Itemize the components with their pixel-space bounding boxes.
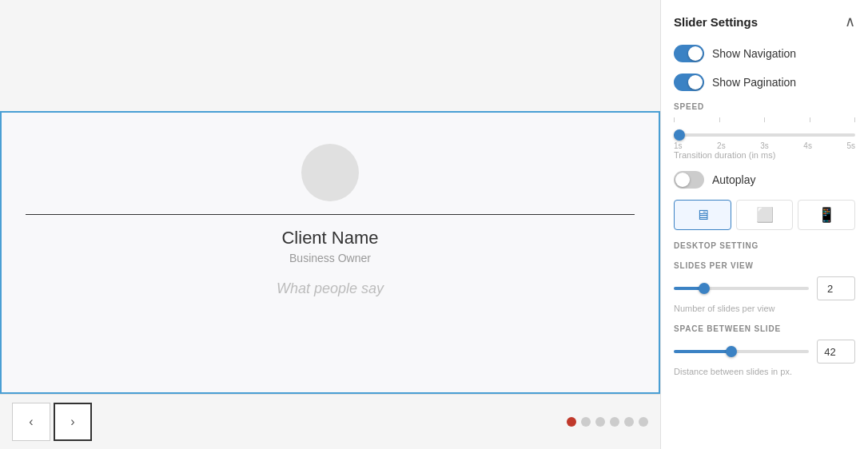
settings-title: Slider Settings — [674, 15, 758, 29]
client-name: Client Name — [281, 228, 378, 248]
slides-per-view-row — [674, 276, 855, 300]
speed-labels: 1s 2s 3s 4s 5s — [674, 141, 855, 150]
dot-2 — [581, 417, 591, 427]
show-navigation-label: Show Navigation — [712, 47, 796, 60]
space-between-label: SPACE BETWEEN SLIDE — [674, 324, 855, 333]
device-tab-desktop[interactable]: 🖥 — [674, 200, 731, 230]
preview-panel: Client Name Business Owner What people s… — [0, 0, 660, 449]
show-pagination-label: Show Pagination — [712, 76, 796, 89]
dot-6 — [639, 417, 648, 427]
space-between-input[interactable] — [817, 340, 855, 364]
client-role: Business Owner — [289, 252, 371, 264]
dot-4 — [610, 417, 619, 427]
slide-lower — [2, 328, 659, 392]
device-tab-tablet[interactable]: ⬜ — [736, 200, 794, 230]
avatar — [301, 144, 359, 201]
space-between-helper: Distance between slides in px. — [674, 367, 855, 376]
settings-header: Slider Settings ∧ — [674, 13, 855, 30]
tick-3 — [764, 117, 765, 122]
tick-5 — [854, 117, 855, 122]
tablet-icon: ⬜ — [756, 206, 774, 224]
tick-1 — [674, 117, 675, 122]
autoplay-toggle[interactable] — [674, 171, 704, 189]
mobile-icon: 📱 — [818, 206, 835, 224]
device-tab-mobile[interactable]: 📱 — [798, 200, 855, 230]
speed-label-1s: 1s — [674, 141, 683, 150]
speed-label-3s: 3s — [760, 141, 769, 150]
autoplay-row: Autoplay — [674, 171, 855, 189]
speed-label-2s: 2s — [717, 141, 726, 150]
speed-section-label: SPEED — [674, 102, 855, 111]
speed-slider[interactable] — [674, 133, 855, 137]
speed-label-4s: 4s — [803, 141, 812, 150]
device-tabs: 🖥 ⬜ 📱 — [674, 200, 855, 230]
speed-ticks — [674, 117, 855, 122]
space-between-slider[interactable] — [674, 350, 809, 353]
show-pagination-row: Show Pagination — [674, 74, 855, 91]
slides-per-view-label: SLIDES PER VIEW — [674, 261, 855, 270]
toggle-knob-pagination — [688, 75, 703, 89]
desktop-setting-label: DESKTOP SETTING — [674, 241, 855, 250]
space-between-row — [674, 340, 855, 364]
desktop-icon: 🖥 — [695, 207, 710, 224]
pagination-dots — [567, 417, 648, 427]
show-pagination-toggle[interactable] — [674, 74, 704, 91]
what-people-say: What people say — [277, 280, 384, 297]
dot-3 — [595, 417, 605, 427]
show-navigation-row: Show Navigation — [674, 45, 855, 62]
transition-label: Transition duration (in ms) — [674, 150, 855, 160]
dot-1 — [567, 417, 576, 427]
tick-2 — [719, 117, 720, 122]
settings-panel: Slider Settings ∧ Show Navigation Show P… — [660, 0, 868, 449]
slider-preview: Client Name Business Owner What people s… — [0, 111, 660, 394]
slider-navigation: ‹ › — [0, 394, 660, 449]
collapse-icon[interactable]: ∧ — [845, 13, 855, 30]
slides-per-view-helper: Number of slides per view — [674, 304, 855, 313]
autoplay-label: Autoplay — [712, 173, 755, 186]
tick-4 — [810, 117, 810, 122]
speed-label-5s: 5s — [846, 141, 855, 150]
next-button[interactable]: › — [54, 403, 92, 441]
slides-per-view-input[interactable] — [817, 276, 855, 300]
prev-button[interactable]: ‹ — [12, 403, 50, 441]
toggle-knob — [688, 46, 703, 61]
dot-5 — [624, 417, 634, 427]
slide-content: Client Name Business Owner What people s… — [2, 113, 659, 328]
toggle-knob-autoplay — [675, 173, 690, 187]
show-navigation-toggle[interactable] — [674, 45, 704, 62]
slides-per-view-slider[interactable] — [674, 287, 809, 290]
